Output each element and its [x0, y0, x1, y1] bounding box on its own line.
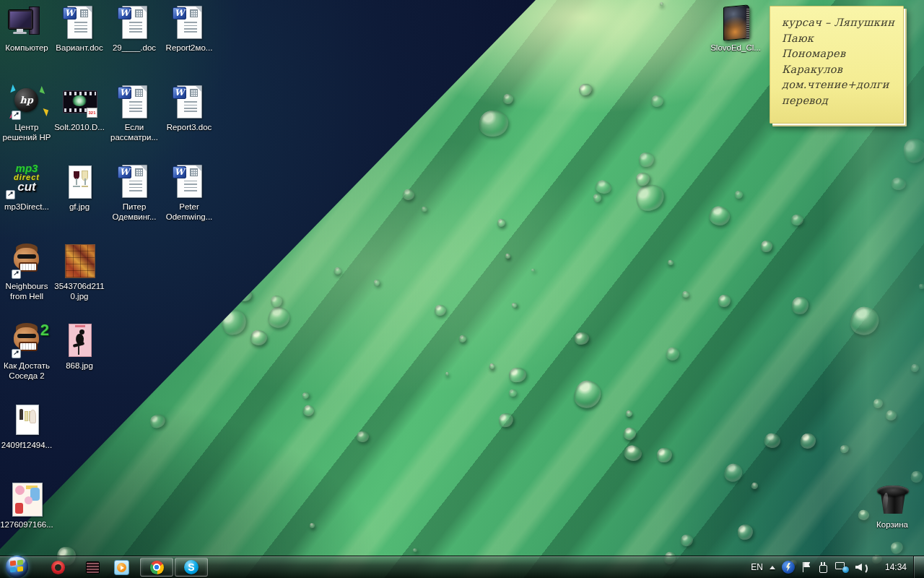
shortcut-arrow-icon [12, 269, 21, 279]
desktop-icon-1276097-jpg[interactable]: 1276097166... [0, 481, 53, 530]
system-tray: EN 14:34 [751, 556, 910, 578]
sticky-note-line: дом.чтение+долги [782, 77, 903, 93]
language-indicator[interactable]: EN [751, 562, 763, 572]
desktop-icon-slovoed[interactable]: SlovoEd_Cl... [709, 4, 762, 53]
desktop-icon-868-jpg[interactable]: 868.jpg [53, 322, 106, 371]
start-button[interactable] [6, 556, 28, 578]
shortcut-arrow-icon [6, 190, 15, 199]
desktop-icon-label: 3543706d2110.jpg [53, 281, 106, 301]
water-droplet [401, 188, 415, 202]
desktop-icon-report2-doc[interactable]: W Report2мо... [162, 4, 216, 53]
water-droplet [891, 177, 907, 191]
network-icon[interactable] [835, 561, 849, 573]
skype-icon: S [184, 560, 199, 574]
taskbar-app-button[interactable] [82, 556, 103, 578]
desktop-icon-kak-dostat-soseda-2[interactable]: 2 Как Достать Соседа 2 [0, 322, 53, 381]
water-droplet [622, 426, 637, 441]
water-droplet [531, 269, 535, 272]
dark-striped-app-icon [86, 561, 100, 574]
water-droplet [840, 444, 850, 454]
water-droplet [249, 329, 268, 346]
desktop-icon-2409f-jpg[interactable]: 2409f12494... [0, 402, 53, 450]
desktop-icon-label: SlovoEd_Cl... [709, 43, 762, 53]
dictionary-book-icon [723, 4, 749, 40]
water-droplet [434, 304, 446, 316]
taskbar-media-player-button[interactable] [111, 556, 131, 578]
water-droplet [761, 241, 773, 253]
water-droplet [278, 22, 290, 34]
water-droplet [221, 256, 235, 269]
sticky-note-line: Каракулов [782, 62, 903, 78]
water-droplet [901, 137, 924, 165]
desktop-icon-label: Если рассматри... [108, 122, 161, 142]
desktop-icon-gf-jpg[interactable]: gf.jpg [53, 163, 106, 212]
water-droplet [873, 398, 883, 408]
water-droplet [250, 85, 270, 103]
water-droplet [231, 245, 239, 253]
photo-thumbnail-icon [69, 324, 92, 357]
water-droplet [593, 193, 603, 203]
water-droplet [445, 371, 449, 376]
water-droplet [368, 126, 373, 131]
show-hidden-icons-button[interactable] [770, 566, 775, 569]
water-droplet [889, 540, 905, 556]
desktop-icon-solt-video[interactable]: 321 Solt.2010.D... [53, 84, 106, 132]
desktop-icon-label: Центр решений HP [0, 122, 53, 142]
desktop-icon-esli-doc[interactable]: W Если рассматри... [108, 84, 161, 142]
water-droplet [707, 204, 733, 228]
water-droplet [58, 427, 77, 444]
taskbar-chrome-button[interactable] [140, 558, 173, 577]
windows-flag-icon [10, 560, 16, 566]
desktop-icon-recycle-bin[interactable]: Корзина [866, 481, 919, 530]
water-droplet [508, 367, 526, 383]
water-droplet [498, 412, 515, 428]
desktop-icon-label: Как Достать Соседа 2 [0, 361, 53, 381]
desktop-icon-label: 2409f12494... [0, 440, 53, 450]
desktop-icon-computer[interactable]: Компьютер [0, 4, 53, 53]
taskbar-skype-button[interactable]: S [175, 558, 208, 577]
power-plug-icon[interactable] [818, 561, 829, 573]
desktop-icon-peter-doc[interactable]: W Peter Odemwing... [162, 163, 216, 222]
water-droplet [656, 447, 672, 462]
show-desktop-button[interactable] [913, 556, 924, 578]
desktop-icon-label: mp3Direct... [0, 202, 53, 212]
photo-thumbnail-icon [65, 244, 95, 278]
water-droplet [489, 363, 495, 369]
desktop-icon-neighbours-from-hell[interactable]: Neighbours from Hell [0, 243, 53, 301]
desktop-icon-variant-doc[interactable]: W Вариант.doc [53, 4, 106, 53]
photo-thumbnail-icon [12, 483, 43, 517]
water-droplet [141, 56, 159, 73]
volume-icon[interactable] [855, 561, 868, 573]
water-droplet [681, 290, 690, 298]
water-droplet [218, 4, 227, 12]
photo-thumbnail-icon [16, 405, 39, 435]
water-droplet [622, 444, 644, 464]
clock[interactable]: 14:34 [885, 562, 907, 572]
water-droplet [737, 524, 754, 540]
desktop-icon-hp-solution-center[interactable]: hp Центр решений HP [0, 84, 53, 142]
water-droplet [800, 433, 816, 449]
desktop-icon-3543706-jpg[interactable]: 3543706d2110.jpg [53, 243, 106, 301]
desktop-icon-label: 29____.doc [108, 43, 161, 53]
desktop-icon-mp3directcut[interactable]: mp3directcut mp3Direct... [0, 163, 53, 212]
water-droplet [571, 378, 604, 412]
water-droplet [665, 346, 680, 361]
action-center-flag-icon[interactable] [801, 561, 811, 573]
sticky-note-line: курсач – Ляпушкин [782, 15, 903, 31]
calendar-badge-icon: 321 [87, 108, 97, 118]
desktop-icon-label: Вариант.doc [53, 43, 106, 53]
water-droplet [659, 1, 663, 6]
sticky-note[interactable]: курсач – Ляпушкин Паюк Пономарев Каракул… [770, 6, 904, 124]
lightning-tray-icon[interactable] [782, 561, 795, 574]
desktop-icon-piter-doc[interactable]: W Питер Одемвинг... [108, 163, 161, 222]
opera-icon [51, 561, 65, 574]
taskbar-opera-button[interactable] [48, 556, 68, 578]
sticky-note-line: Пономарев [782, 46, 903, 62]
water-droplet [238, 290, 253, 302]
water-droplet [763, 431, 783, 450]
desktop-icon-report3-doc[interactable]: W Report3.doc [162, 84, 216, 132]
water-droplet [149, 413, 166, 429]
desktop-icon-29-doc[interactable]: W 29____.doc [108, 4, 161, 53]
water-droplet [165, 227, 182, 243]
water-droplet [270, 295, 284, 309]
